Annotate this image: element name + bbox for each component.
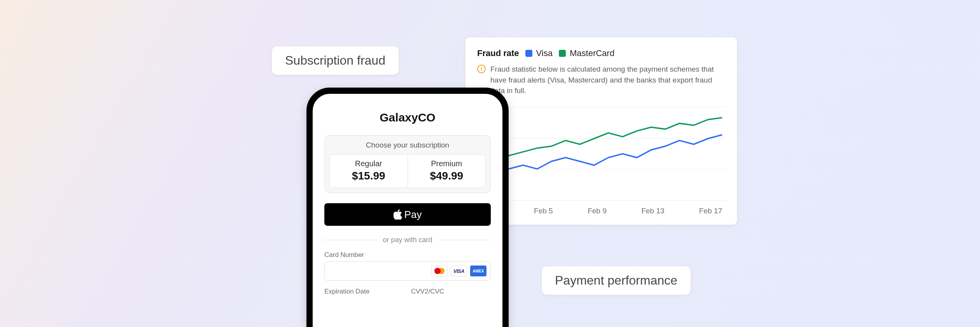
visa-icon: VISA xyxy=(451,265,467,276)
card-number-label: Card Number xyxy=(324,251,491,259)
amex-icon: AMEX xyxy=(470,265,486,276)
x-label: Feb 17 xyxy=(699,207,722,215)
plan-regular[interactable]: Regular $15.99 xyxy=(330,155,408,188)
legend-swatch-visa xyxy=(525,50,532,57)
or-text: or pay with card xyxy=(383,236,432,244)
or-divider: or pay with card xyxy=(324,236,491,244)
series-visa xyxy=(480,135,722,176)
label-text: Subscription fraud xyxy=(285,53,385,67)
subscription-caption: Choose your subscription xyxy=(329,141,486,149)
chart-x-labels: Feb 1 Feb 5 Feb 9 Feb 13 Feb 17 xyxy=(477,204,725,215)
legend-mastercard: MasterCard xyxy=(559,48,614,58)
legend-visa: Visa xyxy=(525,48,553,58)
fraud-warning: ! Fraud statistic below is calculated am… xyxy=(477,64,725,96)
divider-line xyxy=(438,240,491,240)
fraud-chart-svg xyxy=(477,103,725,204)
plan-premium[interactable]: Premium $49.99 xyxy=(408,155,486,188)
label-text: Payment performance xyxy=(555,273,677,287)
card-number-input[interactable]: VISA AMEX xyxy=(324,261,491,281)
plan-name: Regular xyxy=(331,159,406,168)
legend-label-visa: Visa xyxy=(536,48,553,58)
plan-name: Premium xyxy=(410,159,484,168)
fraud-warning-text: Fraud statistic below is calculated amon… xyxy=(490,64,725,96)
warning-icon: ! xyxy=(477,65,486,73)
plan-price: $15.99 xyxy=(331,170,406,182)
label-subscription-fraud: Subscription fraud xyxy=(271,46,399,75)
apple-pay-button[interactable]: Pay xyxy=(324,203,491,226)
plan-price: $49.99 xyxy=(410,170,484,182)
cvc-label: CVV2/CVC xyxy=(411,288,491,295)
x-label: Feb 9 xyxy=(588,207,607,215)
legend-label-mastercard: MasterCard xyxy=(570,48,614,58)
divider-line xyxy=(324,240,377,240)
fraud-header: Fraud rate Visa MasterCard xyxy=(477,48,725,58)
mastercard-icon xyxy=(431,265,448,276)
merchant-name: GalaxyCO xyxy=(324,111,491,124)
apple-pay-label: Pay xyxy=(404,209,422,221)
x-label: Feb 5 xyxy=(534,207,553,215)
fraud-title: Fraud rate xyxy=(477,48,519,58)
series-mastercard xyxy=(480,118,722,163)
x-label: Feb 13 xyxy=(641,207,664,215)
expiration-label: Expiration Date xyxy=(324,288,404,295)
subscription-selector: Choose your subscription Regular $15.99 … xyxy=(324,135,491,193)
legend-swatch-mastercard xyxy=(559,50,566,57)
apple-logo-icon xyxy=(394,209,402,220)
expiry-cvc-row: Expiration Date CVV2/CVC xyxy=(324,288,491,298)
label-payment-performance: Payment performance xyxy=(541,266,691,295)
fraud-chart xyxy=(477,103,725,204)
plan-options: Regular $15.99 Premium $49.99 xyxy=(329,154,486,188)
phone-mockup: GalaxyCO Choose your subscription Regula… xyxy=(306,88,509,327)
